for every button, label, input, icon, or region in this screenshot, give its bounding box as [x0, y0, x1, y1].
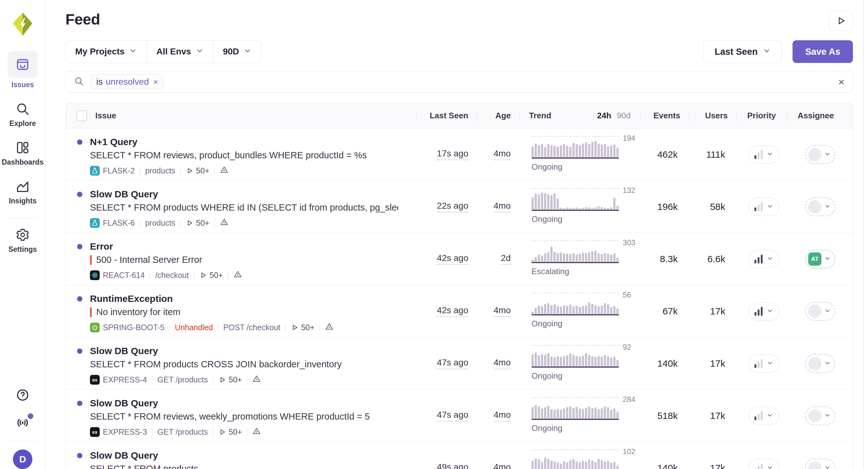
age-value[interactable]: 4mo	[494, 201, 511, 212]
last-seen-value[interactable]: 47s ago	[437, 410, 468, 421]
trend-bar	[601, 357, 603, 366]
issue-title[interactable]: Slow DB Query	[90, 450, 198, 461]
user-avatar[interactable]: D	[13, 449, 32, 469]
search-bar[interactable]: is unresolved × ×	[65, 71, 853, 92]
trend-bar	[610, 463, 612, 469]
sidebar-item-issues[interactable]: Issues	[7, 51, 38, 89]
col-users[interactable]: Users	[705, 111, 728, 121]
search-clear-icon[interactable]: ×	[838, 77, 844, 87]
col-events[interactable]: Events	[653, 111, 680, 121]
issue-subtitle: SELECT * FROM products WHERE id IN (SELE…	[90, 202, 398, 213]
priority-select[interactable]	[748, 198, 779, 216]
age-value[interactable]: 4mo	[494, 410, 511, 421]
assignee-select[interactable]	[805, 459, 835, 469]
issue-title[interactable]: Error	[90, 241, 242, 252]
priority-select[interactable]	[748, 250, 779, 268]
issue-title[interactable]: Slow DB Query	[90, 346, 342, 356]
sidebar-item-insights[interactable]: Insights	[9, 179, 36, 205]
users-count: 17k	[710, 358, 725, 369]
col-age[interactable]: Age	[495, 111, 511, 121]
seer-icon[interactable]	[220, 217, 229, 228]
trend-bar	[601, 207, 603, 209]
whats-new-button[interactable]	[16, 416, 30, 431]
last-seen-value[interactable]: 49s ago	[437, 462, 468, 469]
trend-bar	[613, 198, 616, 209]
sidebar-item-dashboards[interactable]: Dashboards	[2, 140, 44, 167]
project-filter[interactable]: My Projects	[66, 40, 147, 63]
last-seen-value[interactable]: 17s ago	[437, 149, 468, 160]
assignee-select[interactable]	[805, 354, 835, 373]
issue-meta: ex EXPRESS-3 GET /products 50+	[90, 427, 370, 437]
age-value[interactable]: 4mo	[494, 358, 511, 369]
replay-count[interactable]: 50+	[186, 218, 209, 228]
trend-peak-line	[531, 240, 619, 241]
select-all-checkbox[interactable]	[76, 111, 87, 121]
explore-icon	[16, 102, 30, 116]
issue-title[interactable]: Slow DB Query	[90, 189, 398, 200]
play-button[interactable]	[829, 11, 853, 31]
seer-icon[interactable]	[234, 270, 242, 281]
assignee-select[interactable]: AT	[805, 250, 835, 268]
environment-filter[interactable]: All Envs	[147, 40, 213, 63]
issue-title[interactable]: Slow DB Query	[90, 398, 370, 409]
replay-count[interactable]: 50+	[290, 323, 314, 332]
last-seen-value[interactable]: 42s ago	[437, 305, 468, 317]
priority-select[interactable]	[748, 302, 779, 320]
age-value[interactable]: 4mo	[494, 149, 511, 160]
assignee-select[interactable]	[805, 197, 835, 216]
table-row[interactable]: Slow DB Query SELECT * FROM products WHE…	[66, 181, 852, 233]
trend-bar	[550, 195, 553, 209]
age-value[interactable]: 4mo	[494, 462, 511, 469]
priority-select[interactable]	[748, 354, 779, 373]
table-row[interactable]: N+1 Query SELECT * FROM reviews, product…	[66, 128, 852, 181]
sidebar-item-explore[interactable]: Explore	[9, 102, 36, 128]
assignee-select[interactable]	[805, 406, 835, 425]
col-last-seen[interactable]: Last Seen	[430, 111, 468, 121]
seer-icon[interactable]	[220, 165, 229, 176]
help-button[interactable]	[16, 388, 30, 403]
trend-bar	[563, 305, 565, 314]
trend-bar	[607, 254, 609, 262]
priority-select[interactable]	[748, 145, 779, 164]
replay-count[interactable]: 50+	[218, 428, 242, 437]
sort-select[interactable]: Last Seen	[704, 40, 782, 63]
assignee-select[interactable]	[805, 302, 835, 321]
date-range-filter[interactable]: 90D	[213, 40, 261, 63]
last-seen-value[interactable]: 47s ago	[437, 358, 468, 369]
table-row[interactable]: Error 500 - Internal Server Error REACT-…	[66, 233, 852, 285]
app-logo[interactable]	[11, 11, 34, 37]
issue-title[interactable]: RuntimeException	[90, 293, 334, 304]
priority-select[interactable]	[748, 407, 779, 425]
seer-icon[interactable]	[325, 322, 334, 333]
token-remove-icon[interactable]: ×	[153, 77, 158, 87]
trend-bar	[604, 303, 606, 314]
table-row[interactable]: Slow DB Query SELECT * FROM reviews, wee…	[66, 390, 852, 442]
priority-select[interactable]	[748, 459, 779, 469]
age-value[interactable]: 2d	[501, 253, 511, 265]
seer-icon[interactable]	[252, 374, 261, 385]
trend-tab-90d[interactable]: 90d	[617, 111, 630, 121]
sidebar-item-settings[interactable]: Settings	[8, 228, 37, 254]
issue-title[interactable]: N+1 Query	[90, 137, 367, 147]
table-row[interactable]: RuntimeException No inventory for item S…	[66, 285, 852, 338]
trend-bar	[550, 461, 553, 469]
save-as-button[interactable]: Save As	[793, 40, 853, 63]
replay-count[interactable]: 50+	[199, 271, 223, 280]
last-seen-value[interactable]: 22s ago	[437, 201, 468, 212]
last-seen-value[interactable]: 42s ago	[437, 253, 468, 265]
trend-tab-24h[interactable]: 24h	[597, 111, 611, 121]
replay-count[interactable]: 50+	[186, 166, 209, 175]
trend-chart	[531, 189, 619, 209]
search-token[interactable]: is unresolved ×	[91, 74, 163, 89]
dashboards-icon	[16, 140, 30, 155]
trend-bar	[579, 357, 581, 366]
table-row[interactable]: Slow DB Query SELECT * FROM products CRO…	[66, 338, 852, 390]
trend-bar	[601, 145, 603, 157]
seer-icon[interactable]	[252, 427, 261, 437]
scrollbar-track[interactable]	[863, 0, 864, 469]
age-value[interactable]: 4mo	[494, 305, 511, 317]
table-row[interactable]: Slow DB Query SELECT * FROM products 49s…	[66, 442, 852, 469]
replay-count[interactable]: 50+	[218, 375, 242, 384]
unhandled-badge: Unhandled	[175, 323, 213, 332]
assignee-select[interactable]	[805, 145, 835, 164]
